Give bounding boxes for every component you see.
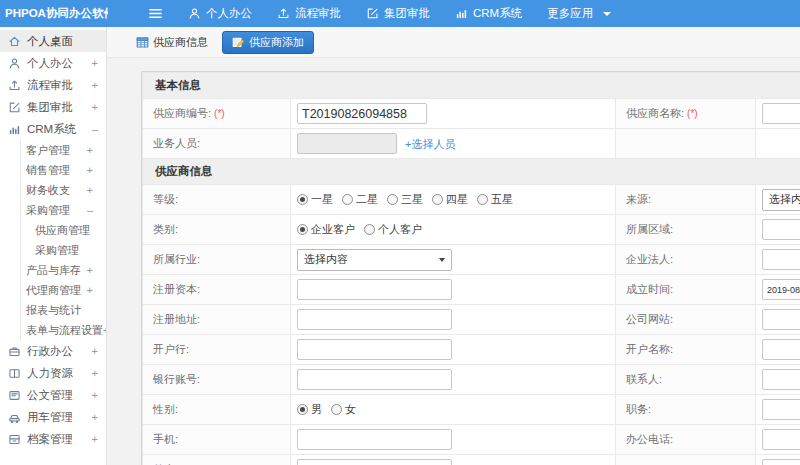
hamburger-menu-icon[interactable] (148, 6, 163, 21)
website-input[interactable] (762, 309, 800, 330)
sidebar-item[interactable]: 行政办公+ (0, 340, 106, 362)
radio-icon (342, 194, 353, 205)
expand-toggle-icon[interactable]: + (87, 284, 93, 296)
bank-account-input[interactable] (297, 369, 452, 390)
position-input[interactable] (762, 399, 800, 420)
sidebar-item-label: 行政办公 (27, 344, 73, 359)
field-label-cell: 公司网站: (616, 305, 756, 335)
expand-toggle-icon[interactable]: – (87, 204, 93, 216)
sidebar-item-label: 供应商管理 (35, 223, 90, 238)
radio-option[interactable]: 五星 (477, 192, 513, 207)
briefcase-icon (8, 345, 21, 358)
expand-toggle-icon[interactable]: + (92, 101, 98, 113)
legal-person-input[interactable] (762, 249, 800, 270)
bank-branch-input[interactable] (297, 339, 452, 360)
sidebar-item-label: 销售管理 (26, 163, 70, 178)
radio-option[interactable]: 女 (331, 402, 356, 417)
field-label: 等级: (153, 193, 178, 205)
expand-toggle-icon[interactable]: + (87, 144, 93, 156)
expand-toggle-icon[interactable]: + (92, 411, 98, 423)
tab[interactable]: 供应商添加 (222, 31, 314, 54)
sidebar-item-label: 产品与库存 (26, 263, 81, 278)
top-menu-item[interactable]: 流程审批 (277, 6, 341, 21)
expand-toggle-icon[interactable]: + (87, 164, 93, 176)
expand-toggle-icon[interactable]: + (87, 264, 93, 276)
sidebar-item[interactable]: 采购管理– (20, 200, 106, 220)
expand-toggle-icon[interactable]: – (92, 123, 98, 135)
sidebar-item[interactable]: 产品与库存+ (20, 260, 106, 280)
sidebar-item[interactable]: CRM系统– (0, 118, 106, 140)
radio-option-label: 五星 (491, 192, 513, 207)
archive-icon (8, 433, 21, 446)
expand-toggle-icon[interactable]: + (87, 184, 93, 196)
field-label-cell: 供应商编号:(*) (143, 99, 291, 129)
office-phone-input[interactable] (762, 429, 800, 450)
field-label: 职务: (626, 403, 651, 415)
top-menu-item[interactable]: 更多应用 (547, 6, 611, 21)
sidebar-item[interactable]: 集团审批+ (0, 96, 106, 118)
sidebar-item[interactable]: 用车管理+ (0, 406, 106, 428)
fax-input[interactable] (297, 459, 452, 465)
form-row: 供应商编号:(*)供应商名称:(*) (143, 99, 800, 129)
staff-input[interactable] (297, 133, 397, 154)
tab[interactable]: 供应商信息 (131, 32, 213, 53)
sidebar-item[interactable]: 供应商管理 (20, 220, 106, 240)
registered-capital-input[interactable] (297, 279, 452, 300)
radio-option-label: 个人客户 (378, 222, 422, 237)
radio-option[interactable]: 三星 (387, 192, 423, 207)
supplier-name-input[interactable] (762, 103, 800, 124)
founded-date-input[interactable] (762, 279, 800, 300)
supplier-code-input[interactable] (297, 103, 427, 124)
sidebar-item[interactable]: 报表与统计 (20, 300, 106, 320)
sidebar-item-label: 财务收支 (26, 183, 70, 198)
sidebar-item[interactable]: 人力资源+ (0, 362, 106, 384)
expand-toggle-icon[interactable]: + (92, 57, 98, 69)
field-label-cell: 开户行: (143, 335, 291, 365)
mobile-input[interactable] (297, 429, 452, 450)
expand-toggle-icon[interactable]: + (92, 389, 98, 401)
radio-option[interactable]: 企业客户 (297, 222, 355, 237)
sidebar-item[interactable]: 公文管理+ (0, 384, 106, 406)
radio-option[interactable]: 四星 (432, 192, 468, 207)
sidebar-item[interactable]: 个人桌面 (0, 30, 106, 52)
sidebar-item[interactable]: 客户管理+ (20, 140, 106, 160)
radio-option[interactable]: 个人客户 (364, 222, 422, 237)
sidebar-item[interactable]: 流程审批+ (0, 74, 106, 96)
region-input[interactable] (762, 219, 800, 240)
expand-toggle-icon[interactable]: + (92, 367, 98, 379)
expand-toggle-icon[interactable]: + (92, 433, 98, 445)
user-icon (8, 57, 21, 70)
top-menu-item[interactable]: CRM系统 (455, 6, 522, 21)
top-menu-item[interactable]: 集团审批 (366, 6, 430, 21)
sidebar-item[interactable]: 档案管理+ (0, 428, 106, 450)
required-marker: (*) (214, 108, 225, 119)
doc-icon (8, 389, 21, 402)
radio-option[interactable]: 一星 (297, 192, 333, 207)
sidebar-item[interactable]: 个人办公+ (0, 52, 106, 74)
form-row: 性别:男女职务: (143, 395, 800, 425)
field-label-cell: 所属行业: (143, 245, 291, 275)
expand-toggle-icon[interactable]: + (92, 345, 98, 357)
source-select[interactable]: 选择内容 (762, 189, 800, 211)
sidebar-item-label: 集团审批 (27, 100, 73, 115)
top-menu-item[interactable]: 个人办公 (188, 6, 252, 21)
radio-option[interactable]: 二星 (342, 192, 378, 207)
sidebar-item[interactable]: 表单与流程设置+ (20, 320, 106, 340)
account-name-input[interactable] (762, 339, 800, 360)
expand-toggle-icon[interactable]: + (92, 79, 98, 91)
sidebar-item[interactable]: 财务收支+ (20, 180, 106, 200)
sidebar-item[interactable]: 采购管理 (20, 240, 106, 260)
contact-input[interactable] (762, 369, 800, 390)
field-label-cell: 职务: (616, 395, 756, 425)
radio-icon (331, 404, 342, 415)
sidebar-item[interactable]: 销售管理+ (20, 160, 106, 180)
choose-staff-link[interactable]: +选择人员 (405, 138, 455, 150)
form-section-row: 供应商信息 (143, 159, 800, 185)
qq-msn-input[interactable] (762, 459, 800, 465)
sidebar-item[interactable]: 代理商管理+ (20, 280, 106, 300)
industry-select[interactable]: 选择内容 (297, 249, 452, 271)
radio-option[interactable]: 男 (297, 402, 322, 417)
registered-address-input[interactable] (297, 309, 452, 330)
field-label: 业务人员: (153, 137, 200, 149)
field-label-cell: 联系人: (616, 365, 756, 395)
